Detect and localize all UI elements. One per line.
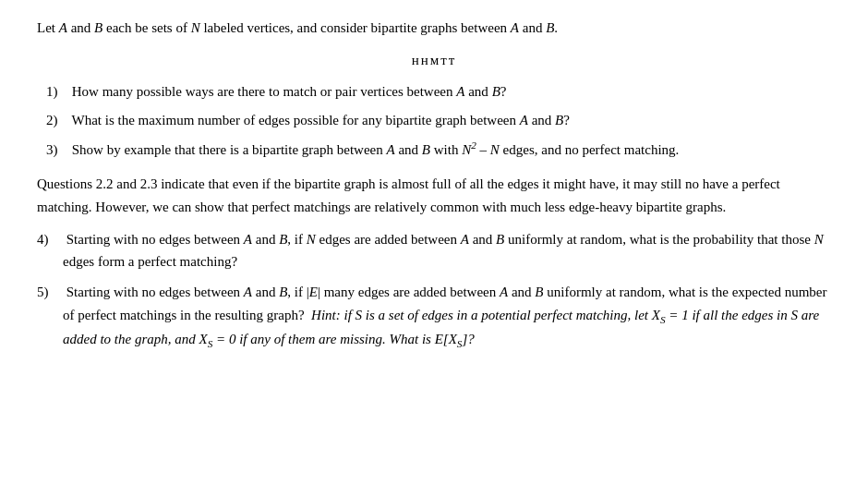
page-content: Let A and B each be sets of N labeled ve… [37, 17, 831, 353]
intro-text: Let A and B each be sets of N labeled ve… [37, 17, 831, 40]
question-3-number: 3) [46, 139, 68, 162]
question-1-number: 1) [46, 80, 68, 103]
question-5: 5) Starting with no edges between A and … [63, 281, 831, 353]
question-1: 1) How many possible ways are there to m… [46, 80, 831, 103]
question-4-number: 4) [37, 228, 63, 251]
question-2: 2) What is the maximum number of edges p… [46, 109, 831, 132]
question-5-number: 5) [37, 281, 63, 304]
question-3: 3) Show by example that there is a bipar… [46, 137, 831, 162]
question-2-number: 2) [46, 109, 68, 132]
indented-questions-section: 4) Starting with no edges between A and … [37, 228, 831, 353]
questions-section: 1) How many possible ways are there to m… [46, 80, 831, 162]
divider-symbol: ннмтт [37, 49, 831, 71]
connecting-paragraph: Questions 2.2 and 2.3 indicate that even… [37, 173, 831, 219]
question-4: 4) Starting with no edges between A and … [63, 228, 831, 274]
